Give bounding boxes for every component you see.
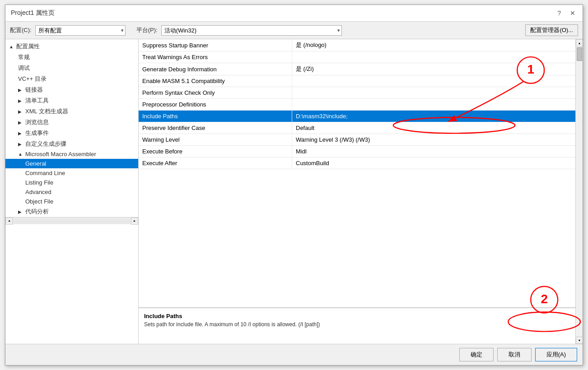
tree-item-masm-listing[interactable]: Listing File: [5, 178, 138, 187]
prop-row-warnlevel[interactable]: Warning Level Warning Level 3 (/W3) (/W3…: [139, 134, 575, 146]
description-panel: Include Paths Sets path for include file…: [139, 308, 575, 344]
platform-select-wrapper[interactable]: 活动(Win32): [161, 25, 342, 36]
bottom-bar: 确定 取消 应用(A): [5, 344, 583, 365]
description-title: Include Paths: [144, 313, 570, 319]
prop-name-warnings: Treat Warnings As Errors: [139, 51, 292, 63]
tree-label-debug: 调试: [18, 64, 30, 72]
tree-item-general[interactable]: 常规: [5, 52, 138, 63]
tree-label-masm-advanced: Advanced: [25, 189, 51, 195]
prop-row-include[interactable]: Include Paths D:\masm32\include;: [139, 111, 575, 122]
prop-value-warnlevel: Warning Level 3 (/W3) (/W3): [292, 134, 575, 145]
prop-row-warnings[interactable]: Treat Warnings As Errors: [139, 51, 575, 63]
prop-name-preproc: Preprocessor Definitions: [139, 99, 292, 110]
toolbar: 配置(C): 所有配置 平台(P): 活动(Win32) 配置管理器(O)...: [5, 22, 583, 39]
tree-item-debug[interactable]: 调试: [5, 63, 138, 74]
scroll-down-btn[interactable]: ▾: [576, 337, 583, 344]
arrow-custom-build: ▶: [18, 142, 23, 147]
tree-item-masm-object[interactable]: Object File: [5, 197, 138, 206]
tree-item-vcpp[interactable]: VC++ 目录: [5, 74, 138, 84]
scroll-left-btn[interactable]: ◂: [5, 217, 13, 225]
prop-row-preproc[interactable]: Preprocessor Definitions: [139, 99, 575, 111]
prop-value-masm51: [292, 75, 575, 87]
tree-item-masm-cmdline[interactable]: Command Line: [5, 168, 138, 178]
right-scrollbar[interactable]: ▴ ▾: [575, 39, 583, 344]
horiz-scroll-track: [13, 218, 131, 224]
dialog-title: Project1 属性页: [11, 9, 55, 17]
main-area: ▲ 配置属性 常规 调试 VC++ 目录 ▶ 链接器 ▶ 清单工具 ▶: [5, 39, 583, 344]
tree-label-masm-listing: Listing File: [25, 179, 53, 186]
scrollbar-track: [576, 46, 583, 337]
prop-name-execbefore: Execute Before: [139, 146, 292, 157]
tree-item-masm[interactable]: ▲ Microsoft Macro Assembler: [5, 149, 138, 159]
tree-item-xml[interactable]: ▶ XML 文档生成器: [5, 106, 138, 117]
scroll-up-btn[interactable]: ▴: [576, 39, 583, 46]
prop-row-execbefore[interactable]: Execute Before Midl: [139, 146, 575, 157]
prop-value-execbefore: Midl: [292, 146, 575, 157]
prop-value-syntax: [292, 87, 575, 98]
prop-row-syntax[interactable]: Perform Syntax Check Only: [139, 87, 575, 99]
prop-value-debug: 是 (/Zi): [292, 63, 575, 75]
arrow-browser: ▶: [18, 120, 23, 125]
tree-label-custom-build: 自定义生成步骤: [25, 140, 66, 148]
prop-name-warnlevel: Warning Level: [139, 134, 292, 145]
tree-item-browser[interactable]: ▶ 浏览信息: [5, 117, 138, 128]
tree-label-general: 常规: [18, 53, 30, 61]
ok-button[interactable]: 确定: [459, 348, 494, 361]
tree-item-build-events[interactable]: ▶ 生成事件: [5, 128, 138, 139]
title-bar-controls: ? ✕: [555, 9, 577, 18]
tree-item-custom-build[interactable]: ▶ 自定义生成步骤: [5, 139, 138, 149]
arrow-code-analysis: ▶: [18, 209, 23, 214]
cancel-button[interactable]: 取消: [497, 348, 532, 361]
prop-row-debug[interactable]: Generate Debug Information 是 (/Zi): [139, 63, 575, 75]
prop-name-suppress: Suppress Startup Banner: [139, 39, 292, 51]
arrow-manifest: ▶: [18, 98, 23, 103]
tree-label-manifest: 清单工具: [25, 97, 49, 105]
config-label: 配置(C):: [10, 26, 32, 34]
prop-name-execafter: Execute After: [139, 157, 292, 169]
right-panel-wrapper: Suppress Startup Banner 是 (/nologo) Trea…: [139, 39, 583, 344]
property-table: Suppress Startup Banner 是 (/nologo) Trea…: [139, 39, 575, 308]
left-panel: ▲ 配置属性 常规 调试 VC++ 目录 ▶ 链接器 ▶ 清单工具 ▶: [5, 39, 139, 344]
prop-name-syntax: Perform Syntax Check Only: [139, 87, 292, 98]
apply-button[interactable]: 应用(A): [535, 348, 577, 361]
prop-name-preserve: Preserve Identifier Case: [139, 122, 292, 134]
prop-value-warnings: [292, 51, 575, 63]
manage-config-button[interactable]: 配置管理器(O)...: [525, 24, 578, 36]
right-panel: Suppress Startup Banner 是 (/nologo) Trea…: [139, 39, 575, 344]
config-select[interactable]: 所有配置: [35, 25, 126, 36]
title-bar: Project1 属性页 ? ✕: [5, 5, 583, 22]
left-horiz-scrollbar[interactable]: ◂ ▸: [5, 217, 138, 224]
tree-item-manifest[interactable]: ▶ 清单工具: [5, 95, 138, 106]
prop-name-include: Include Paths: [139, 111, 292, 122]
scroll-right-btn[interactable]: ▸: [131, 217, 138, 225]
arrow-masm: ▲: [18, 152, 23, 157]
prop-value-suppress: 是 (/nologo): [292, 39, 575, 51]
close-button[interactable]: ✕: [568, 9, 577, 18]
config-select-wrapper[interactable]: 所有配置: [35, 25, 126, 36]
tree-item-masm-advanced[interactable]: Advanced: [5, 187, 138, 197]
prop-value-preproc: [292, 99, 575, 110]
prop-name-masm51: Enable MASM 5.1 Compatibility: [139, 75, 292, 87]
tree-label-build-events: 生成事件: [25, 129, 49, 137]
tree-item-code-analysis[interactable]: ▶ 代码分析: [5, 206, 138, 217]
main-dialog: Project1 属性页 ? ✕ 配置(C): 所有配置 平台(P): 活动(W…: [5, 5, 583, 365]
prop-row-masm51[interactable]: Enable MASM 5.1 Compatibility: [139, 75, 575, 87]
tree-label-linker: 链接器: [25, 86, 43, 94]
arrow-linker: ▶: [18, 88, 23, 92]
tree-label-masm-cmdline: Command Line: [25, 170, 65, 176]
tree-label-masm-general: General: [25, 160, 46, 167]
tree-item-masm-general[interactable]: General: [5, 159, 138, 168]
scrollbar-thumb[interactable]: [577, 47, 582, 61]
description-text: Sets path for include file. A maximum of…: [144, 321, 570, 328]
prop-row-preserve[interactable]: Preserve Identifier Case Default: [139, 122, 575, 134]
tree-label-code-analysis: 代码分析: [25, 208, 49, 216]
platform-select[interactable]: 活动(Win32): [161, 25, 342, 36]
prop-row-execafter[interactable]: Execute After CustomBuild: [139, 157, 575, 169]
tree-label-masm: Microsoft Macro Assembler: [25, 151, 96, 157]
tree-label-vcpp: VC++ 目录: [18, 75, 47, 83]
help-button[interactable]: ?: [555, 9, 563, 18]
prop-name-debug: Generate Debug Information: [139, 63, 292, 75]
tree-item-config-props[interactable]: ▲ 配置属性: [5, 41, 138, 52]
prop-row-suppress[interactable]: Suppress Startup Banner 是 (/nologo): [139, 39, 575, 51]
tree-item-linker[interactable]: ▶ 链接器: [5, 84, 138, 95]
